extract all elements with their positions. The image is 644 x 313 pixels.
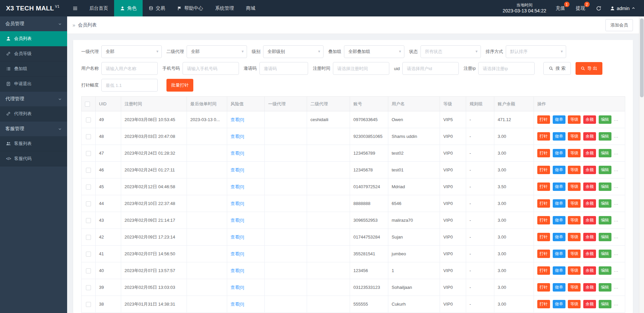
balance-button[interactable]: 余额 bbox=[583, 132, 596, 141]
balance-button[interactable]: 余额 bbox=[583, 250, 596, 258]
level-select[interactable]: 全部级别 ▾ bbox=[263, 45, 324, 58]
nav-transactions[interactable]: 交易 bbox=[143, 0, 171, 16]
level-button[interactable]: 等级 bbox=[568, 300, 581, 308]
nav-dashboard[interactable]: 后台首页 bbox=[83, 0, 114, 16]
make-order-button[interactable]: 做单 bbox=[553, 115, 565, 124]
inject-button[interactable]: 打针 bbox=[537, 216, 550, 224]
edit-button[interactable]: 编辑 bbox=[599, 182, 611, 191]
search-button[interactable]: 搜 索 bbox=[543, 62, 571, 75]
row-checkbox[interactable] bbox=[86, 151, 91, 156]
sidebar-section-service-management[interactable]: 客服管理 bbox=[0, 121, 67, 136]
sidebar-section-agent-management[interactable]: 代理管理 bbox=[0, 92, 67, 106]
make-order-button[interactable]: 做单 bbox=[553, 199, 565, 208]
inject-button[interactable]: 打针 bbox=[537, 199, 550, 208]
stack-group-select[interactable]: 全部叠加组 ▾ bbox=[344, 45, 404, 58]
balance-button[interactable]: 余额 bbox=[583, 266, 596, 275]
row-checkbox[interactable] bbox=[86, 285, 91, 290]
make-order-button[interactable]: 做单 bbox=[553, 266, 565, 275]
register-ip-input[interactable] bbox=[478, 62, 535, 75]
invite-code-input[interactable] bbox=[259, 62, 308, 75]
risk-view-link[interactable]: 查看[0] bbox=[231, 134, 244, 139]
uid-input[interactable] bbox=[402, 62, 459, 75]
risk-view-link[interactable]: 查看[0] bbox=[231, 167, 244, 172]
more-actions[interactable]: ... bbox=[614, 150, 618, 155]
sort-select[interactable]: 默认排序 ▾ bbox=[506, 45, 566, 58]
export-button[interactable]: 导 出 bbox=[576, 62, 602, 75]
make-order-button[interactable]: 做单 bbox=[553, 250, 565, 258]
edit-button[interactable]: 编辑 bbox=[599, 300, 611, 308]
risk-view-link[interactable]: 查看[0] bbox=[231, 302, 244, 307]
level-button[interactable]: 等级 bbox=[568, 266, 581, 275]
inject-button[interactable]: 打针 bbox=[537, 166, 550, 174]
sidebar-toggle-button[interactable] bbox=[67, 0, 83, 16]
level-button[interactable]: 等级 bbox=[568, 132, 581, 141]
risk-view-link[interactable]: 查看[0] bbox=[231, 285, 244, 290]
sidebar-item-member-level[interactable]: 会员等级 bbox=[0, 46, 67, 61]
recharge-shortcut[interactable]: 充值 1 bbox=[556, 5, 565, 11]
edit-button[interactable]: 编辑 bbox=[599, 266, 611, 275]
row-checkbox[interactable] bbox=[86, 168, 91, 173]
risk-view-link[interactable]: 查看[0] bbox=[231, 117, 244, 122]
more-actions[interactable]: ... bbox=[614, 117, 618, 122]
level-button[interactable]: 等级 bbox=[568, 283, 581, 292]
sidebar-item-service-code[interactable]: </> 客服代码 bbox=[0, 151, 67, 166]
risk-view-link[interactable]: 查看[0] bbox=[231, 201, 244, 206]
inject-button[interactable]: 打针 bbox=[537, 132, 550, 141]
balance-button[interactable]: 余额 bbox=[583, 300, 596, 308]
more-actions[interactable]: ... bbox=[614, 251, 618, 256]
balance-button[interactable]: 余额 bbox=[583, 149, 596, 157]
level-button[interactable]: 等级 bbox=[568, 233, 581, 241]
edit-button[interactable]: 编辑 bbox=[599, 216, 611, 224]
agent1-select[interactable]: 全部 ▾ bbox=[101, 45, 162, 58]
row-checkbox[interactable] bbox=[86, 235, 91, 240]
balance-button[interactable]: 余额 bbox=[583, 166, 596, 174]
make-order-button[interactable]: 做单 bbox=[553, 166, 565, 174]
level-button[interactable]: 等级 bbox=[568, 199, 581, 208]
nav-help-center[interactable]: 帮助中心 bbox=[171, 0, 209, 16]
row-checkbox[interactable] bbox=[86, 302, 91, 307]
inject-button[interactable]: 打针 bbox=[537, 266, 550, 275]
nav-mall[interactable]: 商城 bbox=[240, 0, 261, 16]
row-checkbox[interactable] bbox=[86, 268, 91, 273]
nav-role[interactable]: 角色 bbox=[114, 0, 143, 16]
more-actions[interactable]: ... bbox=[614, 268, 618, 273]
level-button[interactable]: 等级 bbox=[568, 115, 581, 124]
level-button[interactable]: 等级 bbox=[568, 250, 581, 258]
edit-button[interactable]: 编辑 bbox=[599, 283, 611, 292]
edit-button[interactable]: 编辑 bbox=[599, 250, 611, 258]
inject-button[interactable]: 打针 bbox=[537, 283, 550, 292]
batch-inject-button[interactable]: 批量打针 bbox=[166, 79, 193, 92]
sidebar-item-stack-group[interactable]: 叠加组 bbox=[0, 61, 67, 76]
more-actions[interactable]: ... bbox=[614, 301, 618, 306]
risk-view-link[interactable]: 查看[0] bbox=[231, 184, 244, 189]
balance-button[interactable]: 余额 bbox=[583, 182, 596, 191]
more-actions[interactable]: ... bbox=[614, 201, 618, 206]
row-checkbox[interactable] bbox=[86, 201, 91, 206]
withdraw-shortcut[interactable]: 提现 2 bbox=[576, 5, 585, 11]
balance-button[interactable]: 余额 bbox=[583, 283, 596, 292]
status-select[interactable]: 所有状态 ▾ bbox=[420, 45, 481, 58]
add-member-button[interactable]: 添加会员 bbox=[605, 19, 633, 31]
vertical-scrollbar[interactable] bbox=[639, 16, 644, 313]
edit-button[interactable]: 编辑 bbox=[599, 199, 611, 208]
make-order-button[interactable]: 做单 bbox=[553, 283, 565, 292]
agent2-select[interactable]: 全部 ▾ bbox=[187, 45, 247, 58]
risk-view-link[interactable]: 查看[0] bbox=[231, 234, 244, 240]
row-checkbox[interactable] bbox=[86, 134, 91, 139]
nav-system-management[interactable]: 系统管理 bbox=[209, 0, 240, 16]
edit-button[interactable]: 编辑 bbox=[599, 166, 611, 174]
balance-button[interactable]: 余额 bbox=[583, 233, 596, 241]
risk-view-link[interactable]: 查看[0] bbox=[231, 218, 244, 223]
sidebar-item-member-list[interactable]: 会员列表 bbox=[0, 31, 67, 46]
risk-view-link[interactable]: 查看[0] bbox=[231, 151, 244, 156]
sidebar-item-agent-list[interactable]: 代理列表 bbox=[0, 106, 67, 121]
make-order-button[interactable]: 做单 bbox=[553, 233, 565, 241]
risk-view-link[interactable]: 查看[0] bbox=[231, 251, 244, 256]
inject-button[interactable]: 打针 bbox=[537, 115, 550, 124]
level-button[interactable]: 等级 bbox=[568, 149, 581, 157]
make-order-button[interactable]: 做单 bbox=[553, 216, 565, 224]
inject-button[interactable]: 打针 bbox=[537, 300, 550, 308]
edit-button[interactable]: 编辑 bbox=[599, 132, 611, 141]
sidebar-section-member-management[interactable]: 会员管理 bbox=[0, 16, 67, 31]
make-order-button[interactable]: 做单 bbox=[553, 149, 565, 157]
